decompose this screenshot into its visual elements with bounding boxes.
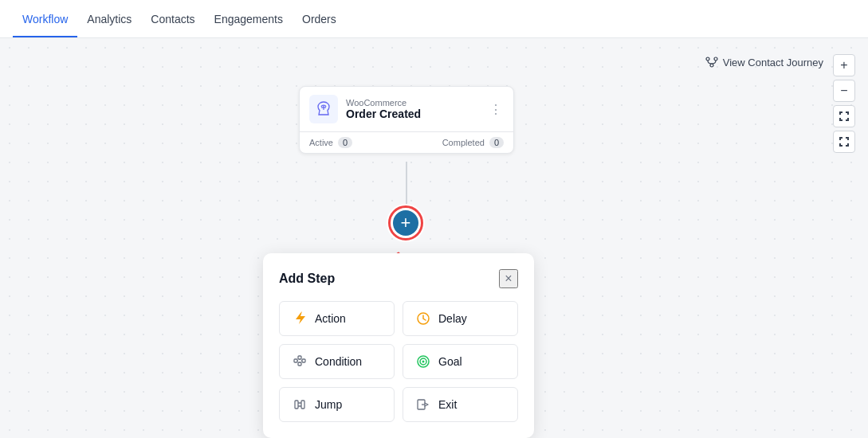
- goal-label: Goal: [438, 355, 462, 368]
- view-contact-journey-button[interactable]: View Contact Journey: [705, 56, 823, 68]
- node-title-wrap: WooCommerce Order Created: [346, 98, 480, 120]
- exit-label: Exit: [438, 398, 457, 411]
- workflow-canvas: + − View Contact Journey: [0, 38, 868, 438]
- node-menu-button[interactable]: ⋮: [488, 101, 504, 117]
- condition-label: Condition: [315, 355, 362, 368]
- popup-title: Add Step: [279, 272, 335, 286]
- node-footer: Active 0 Completed 0: [300, 131, 513, 153]
- svg-point-17: [422, 361, 425, 363]
- node-platform-label: WooCommerce: [346, 98, 480, 108]
- action-label: Action: [315, 312, 346, 325]
- condition-icon: [291, 353, 308, 370]
- node-header: WooCommerce Order Created ⋮: [300, 87, 513, 131]
- step-delay-button[interactable]: Delay: [403, 301, 518, 336]
- nav-bar: Workflow Analytics Contacts Engagements …: [0, 0, 868, 38]
- node-active-stat: Active 0: [309, 137, 352, 148]
- tab-engagements[interactable]: Engagements: [205, 2, 293, 37]
- svg-rect-18: [295, 401, 298, 409]
- add-icon: +: [393, 210, 418, 236]
- delay-icon: [414, 310, 432, 327]
- popup-header: Add Step ×: [279, 269, 518, 288]
- step-grid: Action Delay: [279, 301, 518, 422]
- tab-analytics[interactable]: Analytics: [77, 2, 141, 37]
- delay-label: Delay: [438, 312, 467, 325]
- goal-icon: [414, 353, 432, 370]
- tab-orders[interactable]: Orders: [293, 2, 346, 37]
- svg-rect-7: [294, 359, 297, 362]
- add-step-popup: Add Step × Action: [263, 253, 534, 438]
- active-count: 0: [338, 137, 352, 148]
- completed-label: Completed: [442, 138, 485, 147]
- zoom-in-button[interactable]: +: [833, 54, 855, 76]
- node-event-title: Order Created: [346, 108, 480, 120]
- jump-label: Jump: [315, 398, 342, 411]
- svg-rect-8: [298, 356, 301, 359]
- step-action-button[interactable]: Action: [279, 301, 395, 336]
- node-completed-stat: Completed 0: [442, 137, 504, 148]
- step-jump-button[interactable]: Jump: [279, 387, 395, 422]
- add-step-trigger-button[interactable]: +: [388, 205, 423, 241]
- jump-icon: [291, 396, 308, 413]
- svg-rect-10: [302, 359, 305, 362]
- node-platform-icon: [309, 95, 338, 123]
- step-goal-button[interactable]: Goal: [403, 344, 518, 379]
- active-label: Active: [309, 138, 333, 147]
- fit-view-button[interactable]: [833, 105, 855, 127]
- workflow-node[interactable]: WooCommerce Order Created ⋮ Active 0 Com…: [299, 86, 514, 154]
- tab-contacts[interactable]: Contacts: [141, 2, 204, 37]
- exit-icon: [414, 396, 432, 413]
- step-condition-button[interactable]: Condition: [279, 344, 395, 379]
- popup-close-button[interactable]: ×: [499, 269, 518, 288]
- svg-rect-19: [301, 401, 304, 409]
- connector-line: [406, 162, 407, 209]
- completed-count: 0: [489, 137, 504, 148]
- tab-workflow[interactable]: Workflow: [13, 2, 77, 37]
- svg-point-0: [706, 57, 709, 61]
- zoom-controls: + −: [833, 54, 855, 153]
- expand-button[interactable]: [833, 131, 855, 153]
- svg-point-1: [714, 57, 717, 61]
- journey-icon: [705, 56, 718, 68]
- action-icon: [291, 310, 308, 327]
- zoom-out-button[interactable]: −: [833, 80, 855, 102]
- step-exit-button[interactable]: Exit: [403, 387, 518, 422]
- view-journey-label: View Contact Journey: [723, 57, 823, 68]
